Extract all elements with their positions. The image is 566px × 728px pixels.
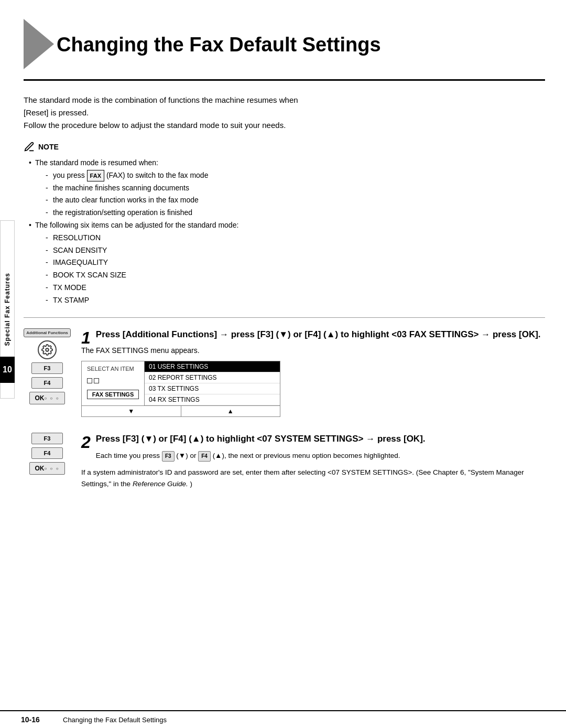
note-sub-1-3: the auto clear function works in the fax…: [46, 194, 545, 207]
note-bullet-2: The following six items can be adjusted …: [29, 219, 545, 307]
page-number-tab: 10: [0, 357, 15, 383]
step2-desc-1: Each time you press F3 (▼) or F4 (▲), th…: [81, 450, 545, 462]
note-sub-2-5: TX MODE: [46, 282, 545, 294]
fax-settings-menu: SELECT AN ITEM FAX SETTINGS 01 USER SETT…: [81, 361, 280, 417]
menu-arrows: ▼ ▲: [82, 405, 280, 416]
step1-number: 1: [81, 329, 91, 346]
svg-point-0: [46, 348, 49, 351]
menu-item-3: 04 RX SETTINGS: [145, 394, 280, 405]
page-number: 10: [3, 365, 12, 374]
intro-line3: Follow the procedure below to adjust the…: [24, 119, 545, 132]
note-label: NOTE: [38, 143, 59, 151]
step2-device-panel: F3 F4 OK ○ ○ ○: [24, 433, 71, 475]
menu-item-1: 02 REPORT SETTINGS: [145, 372, 280, 383]
section-divider: [24, 317, 545, 318]
step2-title: Press [F3] (▼) or [F4] (▲) to highlight …: [81, 433, 545, 445]
fax-settings-label: FAX SETTINGS: [87, 390, 139, 399]
step1-content: 1 Press [Additional Functions] → press […: [81, 328, 545, 417]
note-sub-1-4: the registration/setting operation is fi…: [46, 207, 545, 219]
ok-dots: ○ ○ ○: [45, 396, 60, 401]
f4-inline-key: F4: [198, 451, 211, 462]
step-1-row: Additional Functions F3 F4 OK ○ ○ ○: [24, 328, 545, 417]
footer-page-number: 10-16: [21, 715, 47, 724]
pencil-icon: [24, 141, 35, 153]
intro-block: The standard mode is the combination of …: [24, 94, 545, 132]
f4-button-step1[interactable]: F4: [31, 377, 63, 389]
square-1: [87, 378, 92, 383]
footer: 10-16 Changing the Fax Default Settings: [0, 710, 566, 728]
note-sub-2-6: TX STAMP: [46, 294, 545, 307]
note-header: NOTE: [24, 141, 545, 153]
intro-line1: The standard mode is the combination of …: [24, 94, 545, 119]
note-sub-2-4: BOOK TX SCAN SIZE: [46, 269, 545, 282]
select-item-label: SELECT AN ITEM: [87, 366, 139, 372]
step2-content: 2 Press [F3] (▼) or [F4] (▲) to highligh…: [81, 433, 545, 490]
step1-title: Press [Additional Functions] → press [F3…: [81, 328, 545, 341]
additional-functions-button[interactable]: Additional Functions: [24, 328, 71, 337]
note-section: NOTE The standard mode is resumed when: …: [24, 141, 545, 307]
f3-button-step1[interactable]: F3: [31, 362, 63, 374]
menu-up-arrow[interactable]: ▲: [181, 406, 280, 416]
square-2: [94, 378, 99, 383]
reference-guide: Reference Guide.: [133, 480, 188, 488]
f4-button-step2[interactable]: F4: [31, 447, 63, 459]
ok-button-step2[interactable]: OK ○ ○ ○: [29, 462, 66, 475]
note-sub-1-1: you press FAX (FAX) to switch to the fax…: [46, 169, 545, 182]
step-2-row: F3 F4 OK ○ ○ ○ 2 Press [F3] (▼) or [F4] …: [24, 433, 545, 490]
fax-key: FAX: [87, 170, 104, 182]
side-tab-label: Special Fax Features: [4, 273, 11, 346]
note-sub-2-2: SCAN DENSITY: [46, 244, 545, 257]
note-bullet-1: The standard mode is resumed when: you p…: [29, 157, 545, 219]
gear-svg: [41, 344, 53, 356]
note-sub-2-3: IMAGEQUALITY: [46, 256, 545, 269]
menu-down-arrow[interactable]: ▼: [82, 406, 181, 416]
menu-item-2: 03 TX SETTINGS: [145, 383, 280, 394]
steps-area: Additional Functions F3 F4 OK ○ ○ ○: [24, 328, 545, 490]
step2-number: 2: [81, 434, 91, 451]
note-sublist-1: you press FAX (FAX) to switch to the fax…: [35, 169, 545, 219]
page-title: Changing the Fax Default Settings: [24, 21, 545, 71]
ok-button-step1[interactable]: OK ○ ○ ○: [29, 392, 66, 404]
note-sub-2-1: RESOLUTION: [46, 232, 545, 244]
f3-button-step2[interactable]: F3: [31, 433, 63, 444]
ok-dots-2: ○ ○ ○: [45, 466, 60, 471]
note-sub-1-2: the machine finishes scanning documents: [46, 182, 545, 195]
menu-left: SELECT AN ITEM FAX SETTINGS: [82, 361, 145, 405]
step1-desc: The FAX SETTINGS menu appears.: [81, 346, 545, 355]
menu-squares: [87, 378, 139, 383]
footer-title: Changing the Fax Default Settings: [63, 716, 167, 724]
note-list: The standard mode is resumed when: you p…: [24, 157, 545, 307]
step2-desc-2: If a system administrator's ID and passw…: [81, 467, 545, 489]
f3-inline-key: F3: [162, 451, 175, 462]
menu-top: SELECT AN ITEM FAX SETTINGS 01 USER SETT…: [82, 361, 280, 405]
note-sublist-2: RESOLUTION SCAN DENSITY IMAGEQUALITY BOO…: [35, 232, 545, 307]
gear-icon: [38, 340, 57, 359]
menu-right: 01 USER SETTINGS02 REPORT SETTINGS03 TX …: [145, 361, 280, 405]
menu-item-0: 01 USER SETTINGS: [145, 361, 280, 372]
title-section: Changing the Fax Default Settings: [24, 16, 545, 81]
step1-device-panel: Additional Functions F3 F4 OK ○ ○ ○: [24, 328, 71, 404]
title-triangle-icon: [24, 19, 54, 69]
